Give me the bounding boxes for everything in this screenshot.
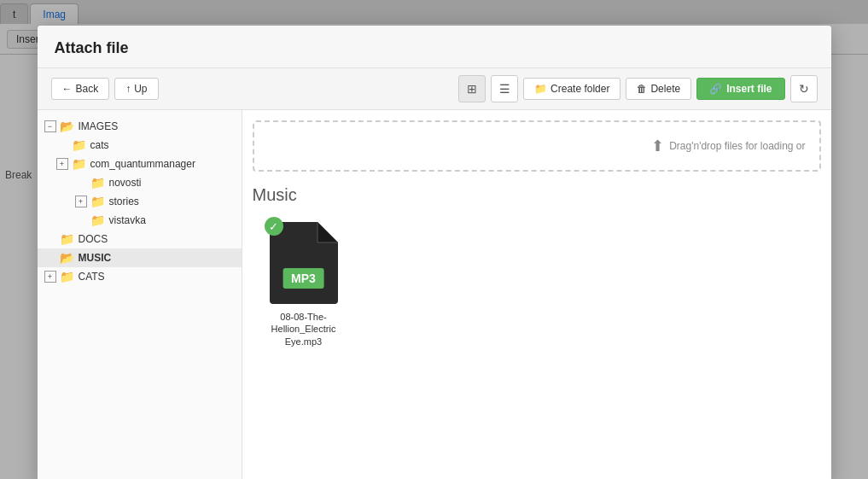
tree-item-novosti[interactable]: 📁 novosti bbox=[38, 173, 242, 192]
delete-button[interactable]: 🗑 Delete bbox=[626, 78, 691, 100]
folder-icon-novosti: 📁 bbox=[90, 176, 105, 190]
tree-toggle-stories[interactable]: + bbox=[75, 196, 87, 207]
back-button[interactable]: ← Back bbox=[51, 78, 110, 100]
folder-open-icon: 📂 bbox=[60, 120, 74, 133]
up-button[interactable]: ↑ Up bbox=[114, 78, 158, 100]
tree-item-docs[interactable]: 📁 DOCS bbox=[38, 230, 242, 248]
tree-item-stories[interactable]: + 📁 stories bbox=[38, 192, 242, 211]
tree-toggle-images[interactable]: − bbox=[44, 120, 56, 132]
file-item-mp3[interactable]: ✓ MP3 bbox=[253, 215, 355, 354]
modal-header: Attach file bbox=[38, 26, 831, 68]
mp3-file-icon: ✓ MP3 bbox=[270, 222, 338, 304]
modal-toolbar: ← Back ↑ Up ⊞ ☰ 📁 Create folder 🗑 Delete bbox=[38, 68, 831, 110]
attach-file-modal: Attach file ← Back ↑ Up ⊞ ☰ 📁 Create fol… bbox=[38, 26, 831, 479]
insert-file-button[interactable]: 🔗 Insert file bbox=[696, 78, 784, 100]
refresh-button[interactable]: ↻ bbox=[790, 75, 818, 102]
file-name: 08-08-The-Hellion_Electric Eye.mp3 bbox=[259, 311, 348, 348]
folder-open-icon-music: 📂 bbox=[60, 251, 74, 265]
tree-toggle-com[interactable]: + bbox=[56, 158, 68, 170]
file-panel: ⬆ Drag'n'drop files for loading or Music… bbox=[242, 110, 831, 479]
tree-item-com-quantummanager[interactable]: + 📁 com_quantummanager bbox=[38, 155, 242, 173]
arrow-left-icon: ← bbox=[62, 83, 73, 95]
tree-panel: − 📂 IMAGES 📁 cats + 📁 com_quantummanager bbox=[38, 110, 242, 479]
modal-body: − 📂 IMAGES 📁 cats + 📁 com_quantummanager bbox=[38, 110, 831, 479]
create-folder-button[interactable]: 📁 Create folder bbox=[523, 78, 620, 100]
file-grid: ✓ MP3 bbox=[253, 215, 821, 354]
modal-title: Attach file bbox=[55, 39, 129, 56]
folder-icon-cats-top: 📁 bbox=[60, 270, 74, 283]
link-icon: 🔗 bbox=[709, 83, 722, 95]
tree-toggle-cats[interactable]: + bbox=[44, 271, 56, 283]
tree-item-cats[interactable]: 📁 cats bbox=[38, 136, 242, 155]
list-view-button[interactable]: ☰ bbox=[491, 75, 518, 102]
grid-icon: ⊞ bbox=[467, 82, 477, 96]
tree-item-vistavka[interactable]: 📁 vistavka bbox=[38, 211, 242, 230]
folder-icon-docs: 📁 bbox=[60, 232, 74, 246]
trash-icon: 🗑 bbox=[637, 83, 647, 95]
mp3-badge: MP3 bbox=[283, 268, 324, 289]
drop-zone-text: ⬆ Drag'n'drop files for loading or bbox=[651, 137, 805, 155]
modal-overlay: Attach file ← Back ↑ Up ⊞ ☰ 📁 Create fol… bbox=[0, 0, 868, 479]
upload-icon: ⬆ bbox=[651, 137, 664, 155]
list-icon: ☰ bbox=[499, 82, 510, 96]
file-shape-svg bbox=[270, 222, 338, 304]
tree-item-images[interactable]: − 📂 IMAGES bbox=[38, 117, 242, 136]
drop-zone[interactable]: ⬆ Drag'n'drop files for loading or bbox=[253, 120, 821, 172]
grid-view-button[interactable]: ⊞ bbox=[458, 75, 486, 102]
folder-plus-icon: 📁 bbox=[534, 83, 547, 95]
folder-icon-stories: 📁 bbox=[90, 195, 105, 208]
folder-icon: 📁 bbox=[72, 138, 86, 152]
folder-icon-com: 📁 bbox=[72, 157, 86, 171]
selected-check-badge: ✓ bbox=[265, 217, 283, 236]
section-label: Music bbox=[253, 185, 821, 205]
refresh-icon: ↻ bbox=[799, 82, 809, 96]
arrow-up-icon: ↑ bbox=[125, 83, 131, 95]
tree-item-cats-top[interactable]: + 📁 CATS bbox=[38, 267, 242, 286]
tree-item-music[interactable]: 📂 MUSIC bbox=[38, 248, 242, 267]
folder-icon-vistavka: 📁 bbox=[90, 213, 105, 227]
